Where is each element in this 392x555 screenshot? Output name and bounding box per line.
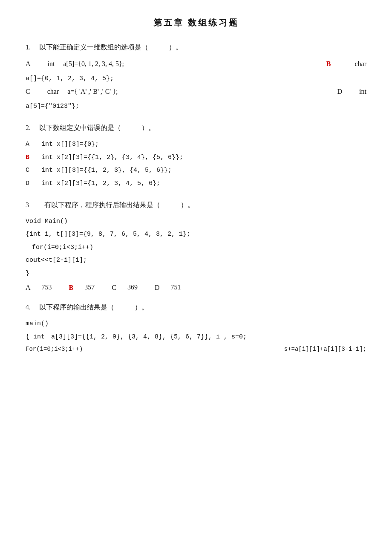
q4-number: 4.: [26, 304, 31, 311]
q3-answer-d-value: 751: [164, 283, 181, 292]
q3-answer-d: D 751: [155, 283, 181, 292]
q2-option-b: B int x[2][3]={{1, 2}, {3, 4}, {5, 6}};: [26, 152, 366, 164]
q1-option-d-text: int: [346, 86, 366, 98]
q1-body: 以下能正确定义一维数组的选项是（ ）。: [32, 43, 182, 51]
q1-option-b-cont: a[]={0, 1, 2, 3, 4, 5};: [26, 73, 366, 85]
q3-body: 有以下程序，程序执行后输出结果是（ ）。: [31, 201, 194, 208]
q4-body: 以下程序的输出结果是（ ）。: [32, 304, 148, 311]
q1-option-a-text: int a[5]={0, 1, 2, 3, 4, 5};: [34, 58, 124, 70]
q1-options-row2: C char a={ 'A' ,' B' ,' C' }; D int: [26, 86, 366, 98]
q3-answer-a-value: 753: [35, 283, 52, 292]
q3-answer-c: C 369: [112, 283, 138, 292]
q3-answer-b: B 357: [69, 283, 95, 292]
q1-option-d: D int: [337, 86, 366, 98]
q4-line-3: For(i=0;i<3;i++) s+=a[i][i]+a[i][3-i-1];: [26, 344, 366, 355]
q1-option-c-text: char a={ 'A' ,' B' ,' C' };: [34, 86, 118, 98]
q1-text: 1. 以下能正确定义一维数组的选项是（ ）。: [26, 41, 366, 54]
q4-line-1: main(): [26, 318, 366, 330]
q3-code-4: cout<<t[2-i][i];: [26, 254, 366, 267]
q3-answers: A 753 B 357 C 369 D 751: [26, 283, 366, 292]
q2-option-d: D int x[2][3]={1, 2, 3, 4, 5, 6};: [26, 178, 366, 190]
q1-option-b-text: char: [334, 58, 366, 70]
q3-answer-b-value: 357: [78, 283, 95, 292]
q1-option-c: C char a={ 'A' ,' B' ,' C' };: [26, 86, 118, 98]
q1-option-d-cont: a[5]={"0123"};: [26, 101, 366, 113]
q4-text: 4. 以下程序的输出结果是（ ）。: [26, 301, 366, 314]
q3-answer-c-value: 369: [121, 283, 138, 292]
q3-code-1: Void Main(): [26, 216, 366, 228]
question-3: 3 有以下程序，程序执行后输出结果是（ ）。 Void Main() {int …: [26, 199, 366, 292]
q2-body: 以下数组定义中错误的是（ ）。: [32, 124, 155, 131]
q3-text: 3 有以下程序，程序执行后输出结果是（ ）。: [26, 199, 366, 211]
q3-code-5: }: [26, 268, 366, 280]
question-4: 4. 以下程序的输出结果是（ ）。 main() { int a[3][3]={…: [26, 301, 366, 355]
question-2: 2. 以下数组定义中错误的是（ ）。 A int x[][3]={0}; B i…: [26, 122, 366, 190]
q3-code-2: {int i, t[][3]={9, 8, 7, 6, 5, 4, 3, 2, …: [26, 228, 366, 241]
q3-number: 3: [26, 201, 29, 208]
q2-number: 2.: [26, 124, 31, 131]
q2-option-c: C int x[][3]={{1, 2, 3}, {4, 5, 6}};: [26, 165, 366, 177]
q4-line-2: { int a[3][3]={{1, 2, 9}, {3, 4, 8}, {5,…: [26, 331, 366, 344]
q1-options-row1: A int a[5]={0, 1, 2, 3, 4, 5}; B char: [26, 58, 366, 70]
page-title: 第五章 数组练习题: [26, 17, 366, 29]
question-1: 1. 以下能正确定义一维数组的选项是（ ）。 A int a[5]={0, 1,…: [26, 41, 366, 113]
q4-code-block: main() { int a[3][3]={{1, 2, 9}, {3, 4, …: [26, 318, 366, 355]
q1-number: 1.: [26, 43, 31, 51]
q3-answer-a: A 753: [26, 283, 52, 292]
q2-text: 2. 以下数组定义中错误的是（ ）。: [26, 122, 366, 134]
q1-option-a: A int a[5]={0, 1, 2, 3, 4, 5};: [26, 58, 124, 70]
q1-option-b: B char: [326, 58, 366, 70]
q2-option-a: A int x[][3]={0};: [26, 139, 366, 151]
q3-code-3: for(i=0;i<3;i++): [26, 242, 366, 254]
